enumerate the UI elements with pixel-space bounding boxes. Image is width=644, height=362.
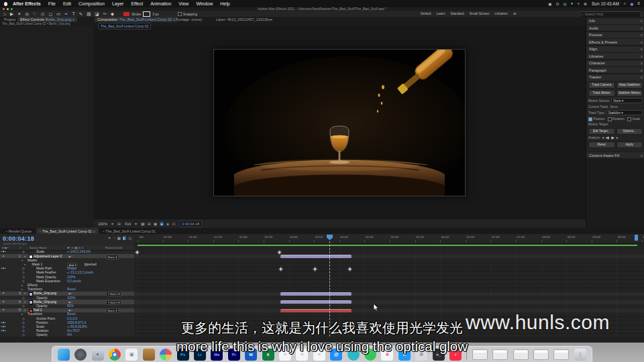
menu-item-after-effects[interactable]: After Effects	[13, 1, 41, 6]
stopwatch-icon[interactable]: ◷	[22, 280, 25, 283]
property-value[interactable]: Reset	[67, 312, 76, 316]
home-tool[interactable]: ⌂	[3, 11, 6, 17]
apple-logo[interactable]	[4, 2, 7, 6]
timeline-tab[interactable]: ▪The_Bad_Stuff-Linked Comp 02≡	[36, 228, 99, 234]
composition-selector-chip[interactable]: The_Bad_Stuff-Linked Comp 02	[98, 23, 151, 29]
twirl-icon[interactable]: ▾	[24, 255, 25, 258]
spotlight-icon[interactable]: ⌕	[624, 1, 626, 6]
layer-name[interactable]: Adjustment Layer 2	[34, 255, 62, 258]
search-help-input[interactable]	[585, 12, 632, 16]
panel-header-libraries[interactable]: Libraries≡	[586, 53, 644, 59]
panel-menu-icon[interactable]: ≡	[641, 61, 643, 65]
property-label[interactable]: Effects	[28, 284, 38, 287]
panel-menu-icon[interactable]: ≡	[641, 19, 643, 23]
twirl-icon[interactable]: ▸	[21, 288, 23, 291]
analyze-button-0[interactable]: ◂	[602, 136, 603, 139]
viewer-icon-3[interactable]: ◉	[160, 221, 163, 226]
track-camera-button[interactable]: Track Camera	[588, 82, 615, 88]
magnification-select[interactable]: 100%	[98, 222, 107, 226]
screen-mirroring-icon[interactable]: ⊙	[556, 1, 559, 6]
panel-menu-icon[interactable]: ≡	[93, 229, 95, 233]
checkbox-icon[interactable]	[608, 117, 612, 121]
workspace-small-screen[interactable]: Small Screen	[470, 11, 490, 15]
minimize-window-button[interactable]	[7, 8, 9, 10]
property-value[interactable]: Shape	[67, 267, 76, 270]
twirl-icon[interactable]: ▾	[21, 259, 23, 262]
current-time-display[interactable]: 0:00:04:18	[3, 235, 34, 242]
panel-menu-icon[interactable]: ≡	[72, 17, 74, 21]
property-label[interactable]: Opacity	[36, 296, 48, 300]
pen-tool[interactable]: ✒	[64, 11, 68, 17]
panel-menu-icon[interactable]: ≡	[641, 154, 643, 158]
stopwatch-icon[interactable]: ◷	[22, 304, 25, 308]
track-type-select[interactable]: Stabilize ▾	[606, 110, 643, 115]
visibility-eye-icon[interactable]: ●	[3, 292, 4, 294]
panel-header-character[interactable]: Character≡	[586, 60, 644, 66]
layer-name[interactable]: Bottle_Grip.png	[34, 292, 56, 295]
camera-tool[interactable]: ▦	[41, 11, 45, 17]
timeline-tool-0[interactable]: ✦	[108, 236, 111, 240]
viewer-timecode[interactable]: 0:00:04:18	[179, 221, 202, 227]
apply-button[interactable]: Apply	[616, 141, 643, 148]
property-value[interactable]: ∞ 23,2,23,2 pixels	[67, 271, 93, 274]
shape-tool[interactable]: ▭	[56, 11, 60, 17]
rotate-tool[interactable]: ↻	[33, 11, 36, 17]
workspace-libraries[interactable]: Libraries	[495, 11, 508, 15]
workspace-default[interactable]: Default	[421, 11, 431, 15]
menu-item-help[interactable]: Help	[220, 1, 229, 6]
roto-brush-tool[interactable]: ✑	[103, 11, 106, 17]
panel-header-align[interactable]: Align≡	[586, 46, 644, 52]
panel-header-info[interactable]: Info≡	[586, 18, 644, 24]
stopwatch-icon[interactable]: ◷	[22, 276, 25, 279]
workspace-learn[interactable]: Learn	[437, 11, 445, 15]
type-tool[interactable]: T	[72, 11, 75, 17]
menu-item-file[interactable]: File	[48, 1, 56, 6]
checkbox-icon[interactable]	[627, 117, 631, 121]
panel-header-effects-presets[interactable]: Effects & Presets≡	[586, 39, 644, 45]
twirl-icon[interactable]: ▾	[21, 312, 23, 316]
property-label[interactable]: Masks	[28, 259, 37, 262]
visibility-eye-icon[interactable]: ●	[3, 308, 4, 311]
analyze-button-1[interactable]: ◂▮	[606, 136, 609, 139]
grid-guides-icon[interactable]: ⊞	[117, 221, 121, 226]
twirl-icon[interactable]: ▾	[24, 292, 25, 295]
display-icon[interactable]: ◉	[548, 1, 551, 6]
keyframe-navigator[interactable]: ◂◆▸	[1, 267, 7, 269]
stopwatch-icon[interactable]: ◷	[22, 250, 25, 253]
snapping-control[interactable]: Snapping	[178, 12, 197, 16]
panel-menu-icon[interactable]: ≡	[641, 33, 643, 37]
tab-effect-controls[interactable]: Effect Controls Bottle_Grip.png ≡	[17, 17, 77, 22]
workspace-[interactable]: ≫	[513, 11, 517, 15]
viewer-icon-2[interactable]: ▣	[154, 221, 158, 226]
menu-item-window[interactable]: Window	[196, 1, 213, 6]
selection-tool[interactable]: ▶	[10, 11, 13, 17]
chevron-down-icon[interactable]: ▾	[135, 221, 137, 226]
menu-item-composition[interactable]: Composition	[78, 1, 105, 6]
tab-project[interactable]: Project	[1, 17, 18, 22]
layer-switches[interactable]: ◆ /	[68, 255, 72, 258]
property-value[interactable]: 100%	[67, 276, 76, 279]
menu-item-effect[interactable]: Effect	[131, 1, 143, 6]
timeline-tool-2[interactable]: ▦	[117, 236, 121, 240]
visibility-eye-icon[interactable]: ●	[3, 255, 4, 257]
panel-header-preview[interactable]: Preview≡	[586, 32, 644, 38]
control-center-icon[interactable]: ≡	[637, 1, 640, 6]
tab-footage[interactable]: Footage: (none)	[173, 17, 205, 22]
panel-header-content-aware-fill[interactable]: Content-Aware Fill≡	[586, 152, 644, 158]
twirl-icon[interactable]: ▸	[21, 284, 23, 287]
panel-menu-icon[interactable]: ≡	[641, 68, 643, 72]
close-window-button[interactable]	[3, 8, 5, 10]
menu-item-view[interactable]: View	[178, 1, 189, 6]
check-position[interactable]: Position	[588, 117, 605, 121]
property-label[interactable]: Opacity	[36, 304, 48, 308]
tab-layer[interactable]: Layer: 4613_26212457_13213bne	[213, 17, 275, 22]
snapping-checkbox[interactable]	[178, 12, 182, 16]
viewer-icon-0[interactable]: ▦	[141, 221, 145, 226]
panel-header-paragraph[interactable]: Paragraph≡	[586, 67, 644, 73]
analyze-button-3[interactable]: ▸	[616, 136, 618, 139]
timeline-tab[interactable]: ▪Render Queue	[3, 228, 35, 234]
property-label[interactable]: Mask 1	[32, 263, 43, 266]
menu-item-animation[interactable]: Animation	[150, 1, 171, 6]
siri-icon[interactable]: ◉	[630, 1, 633, 6]
stopwatch-icon[interactable]: ◷	[22, 271, 25, 274]
